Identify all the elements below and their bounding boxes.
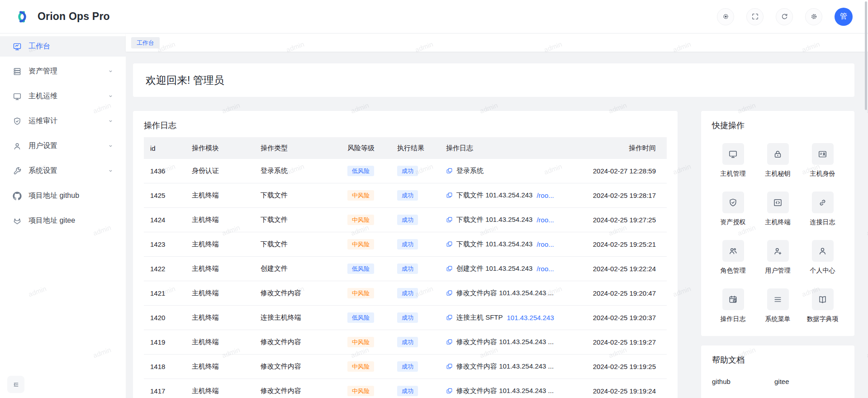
quick-action-label: 主机终端 <box>765 218 791 226</box>
quick-action-idcard[interactable]: 主机身份 <box>810 143 835 178</box>
copy-icon[interactable] <box>446 265 453 272</box>
quick-action-team[interactable]: 角色管理 <box>721 240 746 275</box>
tab-workbench[interactable]: 工作台 <box>131 37 160 48</box>
wrench-icon <box>13 167 22 176</box>
copy-icon[interactable] <box>446 339 453 345</box>
quick-action-terminal[interactable]: 主机终端 <box>765 192 791 226</box>
copy-icon[interactable] <box>446 388 453 394</box>
cell-result: 成功 <box>391 190 440 201</box>
cell-log: 修改文件内容 101.43.254.243 ... <box>440 362 581 371</box>
book-icon <box>818 295 827 304</box>
user-icon <box>13 142 22 151</box>
copy-icon[interactable] <box>446 314 453 321</box>
cell-result: 成功 <box>391 166 440 176</box>
cell-risk: 低风险 <box>341 264 391 274</box>
quick-action-shield[interactable]: 资产授权 <box>721 192 746 226</box>
result-badge: 成功 <box>397 288 418 298</box>
cell-module: 主机终端 <box>185 387 254 395</box>
log-link[interactable]: /roo... <box>536 192 554 199</box>
quick-action-menu[interactable]: 系统菜单 <box>765 288 791 323</box>
help-docs-card: 帮助文档 githubgitee <box>701 345 854 398</box>
log-link[interactable]: /roo... <box>536 216 554 224</box>
refresh-button[interactable] <box>776 8 793 25</box>
cell-result: 成功 <box>391 386 440 396</box>
cell-id: 1422 <box>144 265 185 273</box>
sidebar-item-wrench[interactable]: 系统设置 <box>0 161 126 181</box>
cell-id: 1418 <box>144 363 185 370</box>
quick-action-label: 系统菜单 <box>765 315 791 323</box>
copy-icon[interactable] <box>446 192 453 199</box>
sidebar-collapse-button[interactable] <box>7 376 24 393</box>
cell-result: 成功 <box>391 312 440 323</box>
risk-badge: 中风险 <box>347 288 374 298</box>
copy-icon[interactable] <box>446 290 453 297</box>
cell-result: 成功 <box>391 215 440 225</box>
result-badge: 成功 <box>397 190 418 201</box>
log-text: 登录系统 <box>456 167 484 175</box>
cell-id: 1419 <box>144 338 185 346</box>
settings-button[interactable] <box>805 8 822 25</box>
cell-result: 成功 <box>391 288 440 298</box>
quick-action-person[interactable]: 个人中心 <box>810 240 835 275</box>
sidebar-item-dashboard[interactable]: 工作台 <box>0 36 126 57</box>
chevron-down-icon <box>107 143 114 149</box>
menu-fold-icon <box>12 381 20 388</box>
chevron-down-icon <box>107 93 114 100</box>
sidebar-item-assets[interactable]: 资产管理 <box>0 61 126 82</box>
log-text: 修改文件内容 101.43.254.243 ... <box>456 289 554 297</box>
cell-type: 修改文件内容 <box>254 362 341 371</box>
quick-action-link[interactable]: 连接日志 <box>810 192 835 226</box>
help-link-gitee[interactable]: gitee <box>774 378 837 385</box>
brand: Orion Ops Pro <box>13 7 110 26</box>
log-link[interactable]: /roo... <box>536 265 554 273</box>
cell-log: 修改文件内容 101.43.254.243 ... <box>440 387 581 395</box>
sidebar-item-user[interactable]: 用户设置 <box>0 136 126 156</box>
fullscreen-button[interactable] <box>746 8 764 25</box>
copy-icon[interactable] <box>446 363 453 370</box>
log-text: 修改文件内容 101.43.254.243 ... <box>456 362 554 371</box>
cell-time: 2024-02-25 19:20:37 <box>581 314 667 321</box>
copy-icon[interactable] <box>446 168 453 174</box>
log-text: 下载文件 101.43.254.243 <box>456 240 532 249</box>
app-logo-icon <box>13 7 32 26</box>
quick-action-lock[interactable]: 主机秘钥 <box>765 143 791 178</box>
quick-action-label: 连接日志 <box>810 218 835 226</box>
quick-action-book[interactable]: 数据字典项 <box>807 288 839 323</box>
copy-icon[interactable] <box>446 216 453 223</box>
person-icon <box>818 246 827 256</box>
sidebar-item-github[interactable]: 项目地址 github <box>0 186 126 206</box>
cell-type: 修改文件内容 <box>254 289 341 297</box>
sidebar-item-label: 资产管理 <box>28 67 100 76</box>
sidebar-item-host[interactable]: 主机运维 <box>0 86 126 106</box>
terminal-icon-tile <box>767 192 789 213</box>
sidebar-item-audit[interactable]: 运维审计 <box>0 111 126 131</box>
table-row: 1417主机终端修改文件内容中风险成功修改文件内容 101.43.254.243… <box>144 379 667 398</box>
cell-module: 主机终端 <box>185 216 254 224</box>
shield-icon <box>728 198 738 207</box>
gitee-icon <box>13 216 22 225</box>
cell-module: 主机终端 <box>185 338 254 346</box>
gear-icon <box>810 13 818 20</box>
quick-action-label: 主机管理 <box>721 170 746 178</box>
quick-action-monitor[interactable]: 主机管理 <box>721 143 746 178</box>
quick-action-useradd[interactable]: 用户管理 <box>765 240 791 275</box>
table-row: 1436身份认证登录系统低风险成功登录系统2024-02-27 12:28:59 <box>144 159 667 183</box>
quick-actions-grid: 主机管理主机秘钥主机身份资产授权主机终端连接日志角色管理用户管理个人中心操作日志… <box>712 143 844 323</box>
help-link-github[interactable]: github <box>712 378 774 385</box>
chevron-down-icon <box>107 68 114 75</box>
menu-icon <box>773 295 783 304</box>
copy-icon[interactable] <box>446 241 453 248</box>
risk-badge: 中风险 <box>347 215 374 225</box>
column-header-6: 操作时间 <box>581 144 667 153</box>
log-link[interactable]: /roo... <box>536 240 554 248</box>
quick-action-calendar[interactable]: 操作日志 <box>721 288 746 323</box>
theme-button[interactable] <box>717 8 734 25</box>
page-scrollbar[interactable] <box>865 1 867 110</box>
log-link[interactable]: 101.43.254.243 <box>507 314 554 321</box>
user-avatar[interactable]: 管 <box>835 8 853 26</box>
cell-module: 主机终端 <box>185 313 254 322</box>
cell-result: 成功 <box>391 337 440 347</box>
quick-action-label: 个人中心 <box>810 267 835 275</box>
cell-risk: 中风险 <box>341 239 391 249</box>
sidebar-item-gitee[interactable]: 项目地址 gitee <box>0 211 126 231</box>
